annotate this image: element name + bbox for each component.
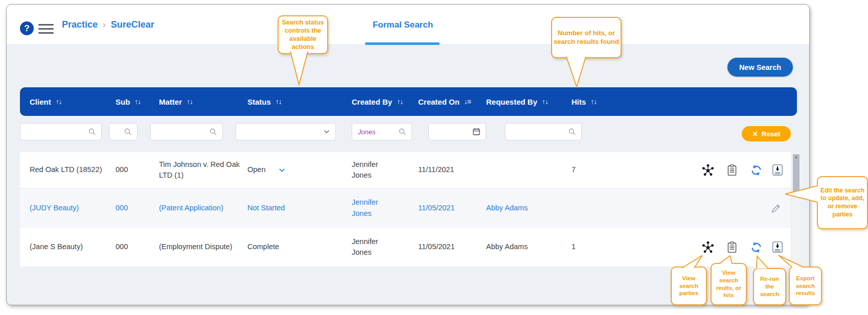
filter-requested-by [505,123,582,140]
callout-edit-search: Edit the search to update, add, or remov… [817,176,868,229]
status-filter-select[interactable] [236,123,336,140]
cell-requested-by: Abby Adams [486,188,563,228]
callout-tail [776,254,805,269]
sort-icon[interactable]: ↑↓ [134,98,141,106]
search-icon [209,127,218,136]
callout-tail [288,51,310,87]
cell-status: Complete [247,228,316,266]
chevron-down-icon [323,128,331,136]
reset-button[interactable]: ✕ Reset [742,126,791,141]
sort-icon[interactable]: ↑↓ [397,98,403,106]
cell-created-by: Jennifer Jones [352,152,399,188]
cell-matter[interactable]: (Patent Application) [159,188,243,228]
cell-requested-by: Abby Adams [486,228,563,266]
sort-icon[interactable]: ↑↓ [590,98,597,106]
table-row: (JUDY Beauty) 000 (Patent Application) N… [20,188,791,228]
breadcrumb: Practice › SureClear [62,5,154,45]
callout-export: Export search results [789,266,822,305]
column-header-matter[interactable]: Matter↑↓ [159,87,193,116]
chevron-down-icon[interactable] [278,166,286,175]
cell-requested-by [486,152,563,188]
sort-descending-icon[interactable]: ↓≡ [464,98,471,106]
callout-tail [680,254,705,270]
filter-sub [109,123,138,140]
cell-sub: 000 [116,228,146,266]
breadcrumb-sureclear[interactable]: SureClear [111,19,154,30]
column-header-created-by[interactable]: Created By↑↓ [352,87,403,116]
callout-tail [564,56,588,89]
search-icon [123,127,132,136]
cell-client[interactable]: (JUDY Beauty) [30,188,106,228]
sort-icon[interactable]: ↑↓ [276,98,282,106]
export-results-icon[interactable] [769,162,786,178]
cell-created-by: Jennifer Jones [352,228,399,266]
sort-icon[interactable]: ↑↓ [56,98,62,106]
column-header-sub[interactable]: Sub↑↓ [116,87,141,116]
view-search-parties-icon[interactable] [700,239,716,255]
callout-tail [784,184,819,204]
help-icon[interactable]: ? [20,21,34,35]
cell-hits: 1 [572,228,597,266]
vertical-scrollbar[interactable]: ▲ [792,152,800,266]
callout-view-parties: View search parties [671,266,707,305]
export-results-icon[interactable] [769,239,786,255]
sub-filter-input[interactable] [114,128,123,136]
matter-filter-input[interactable] [155,128,209,136]
sort-icon[interactable]: ↑↓ [187,98,193,106]
search-icon [398,127,407,136]
cell-hits: 7 [572,152,597,188]
cell-created-on: 11/05/2021 [418,188,474,228]
requested-by-filter-input[interactable] [510,128,567,136]
tab-active-underline [365,42,440,45]
callout-rerun: Re-run the search [753,268,786,305]
table-row: (Jane S Beauty) 000 (Employment Dispute)… [20,228,791,266]
table-header: Client↑↓ Sub↑↓ Matter↑↓ Status↑↓ Created… [20,87,797,116]
callout-view-results: View search reults, or hits [711,263,747,305]
filter-created-on [428,123,486,140]
cell-client: (Jane S Beauty) [30,228,106,266]
created-by-filter-input[interactable] [357,128,398,136]
filter-client [20,123,102,140]
view-search-parties-icon[interactable] [700,162,716,178]
sort-icon[interactable]: ↑↓ [542,98,548,106]
view-search-results-icon[interactable] [724,239,740,255]
status-dropdown[interactable]: Open [247,152,316,188]
rerun-search-icon[interactable] [748,162,764,178]
new-search-button[interactable]: New Search [727,58,793,77]
top-bar: ? Practice › SureClear Formal Search [7,5,809,45]
cell-client: Red Oak LTD (18522) [30,152,106,188]
callout-status: Search status controls the available act… [278,15,328,54]
column-header-created-on[interactable]: Created On↓≡ [418,87,471,116]
breadcrumb-practice[interactable]: Practice [62,19,98,30]
calendar-icon[interactable] [472,127,481,136]
column-header-hits[interactable]: Hits↑↓ [572,87,597,116]
cell-created-on: 11/05/2021 [418,228,474,266]
column-header-status[interactable]: Status↑↓ [247,87,282,116]
filter-matter [150,123,223,140]
cell-matter: Tim Johnson v. Red Oak LTD (1) [159,152,243,188]
edit-search-pencil-icon[interactable] [768,200,784,216]
callout-tail [718,255,734,265]
cell-matter: (Employment Dispute) [159,228,243,266]
cell-hits [572,188,597,228]
cell-sub: 000 [116,152,146,188]
search-icon [87,127,97,136]
callout-tail [753,255,769,270]
breadcrumb-separator: › [103,20,106,30]
cell-status: Not Started [247,188,316,228]
cell-created-by: Jennifer Jones [352,188,399,228]
column-header-requested-by[interactable]: Requested By↑↓ [486,87,548,116]
column-header-client[interactable]: Client↑↓ [30,87,62,116]
cell-sub[interactable]: 000 [116,188,146,228]
filter-created-by [352,123,412,140]
tab-formal-search[interactable]: Formal Search [359,5,446,45]
rerun-search-icon[interactable] [748,239,764,255]
cell-created-on: 11/11/2021 [418,152,474,188]
hamburger-menu-icon[interactable] [38,24,54,36]
client-filter-input[interactable] [25,128,87,136]
search-icon [567,127,577,136]
table-row: Red Oak LTD (18522) 000 Tim Johnson v. R… [20,152,791,188]
created-on-date-input[interactable] [433,128,472,136]
close-icon: ✕ [752,130,758,138]
view-search-results-icon[interactable] [724,162,740,178]
